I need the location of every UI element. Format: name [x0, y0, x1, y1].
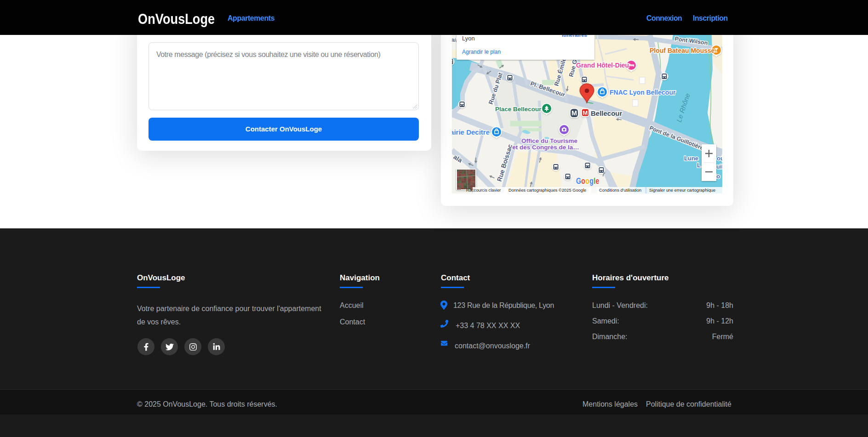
svg-text:Données cartographiques ©2025: Données cartographiques ©2025 Google [508, 188, 586, 193]
svg-text:M: M [583, 109, 588, 116]
svg-text:Conditions d'utilisation: Conditions d'utilisation [599, 188, 641, 193]
svg-text:L: L [697, 162, 701, 169]
svg-text:Itinéraires: Itinéraires [562, 35, 587, 38]
svg-text:Lune: Lune [684, 155, 698, 162]
svg-text:uil: uil [716, 163, 722, 170]
svg-text:M: M [571, 109, 577, 117]
svg-text:ou: ou [717, 155, 722, 162]
svg-text:Raccourcis clavier: Raccourcis clavier [466, 188, 501, 193]
svg-text:Google: Google [576, 176, 600, 185]
svg-text:FNAC Lyon Bellecour: FNAC Lyon Bellecour [610, 89, 676, 96]
svg-text:rairie Decitre: rairie Decitre [452, 128, 490, 136]
svg-text:Agrandir le plan: Agrandir le plan [462, 49, 501, 55]
svg-text:Grand Hôtel-Dieu: Grand Hôtel-Dieu [576, 62, 629, 69]
svg-text:Plouf Bateau Mousse: Plouf Bateau Mousse [650, 47, 715, 54]
svg-text:Place Bellecour: Place Bellecour [495, 106, 542, 113]
svg-text:Bellecour: Bellecour [591, 109, 622, 117]
svg-text:Signaler une erreur cartograph: Signaler une erreur cartographique [649, 188, 715, 193]
svg-text:et des Congrès de la…: et des Congrès de la… [512, 144, 579, 151]
svg-text:Lyon: Lyon [462, 35, 475, 42]
svg-text:Office du Tourisme: Office du Tourisme [521, 137, 578, 144]
